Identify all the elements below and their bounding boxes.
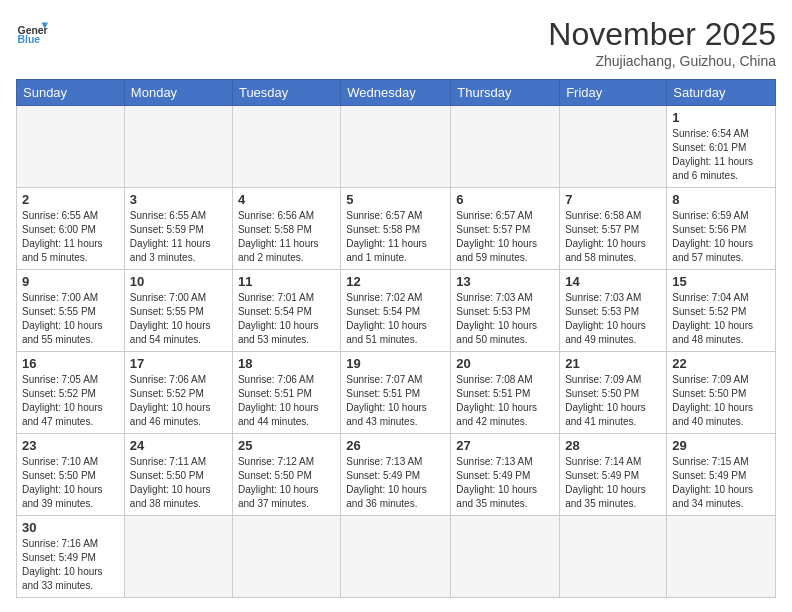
logo-icon: General Blue	[16, 16, 48, 48]
day-number: 5	[346, 192, 445, 207]
day-number: 27	[456, 438, 554, 453]
day-info: Sunrise: 7:13 AM Sunset: 5:49 PM Dayligh…	[456, 455, 554, 511]
day-info: Sunrise: 7:03 AM Sunset: 5:53 PM Dayligh…	[565, 291, 661, 347]
day-info: Sunrise: 7:04 AM Sunset: 5:52 PM Dayligh…	[672, 291, 770, 347]
week-row-1: 2Sunrise: 6:55 AM Sunset: 6:00 PM Daylig…	[17, 188, 776, 270]
day-number: 1	[672, 110, 770, 125]
day-number: 14	[565, 274, 661, 289]
svg-text:Blue: Blue	[18, 34, 41, 45]
day-cell: 22Sunrise: 7:09 AM Sunset: 5:50 PM Dayli…	[667, 352, 776, 434]
day-info: Sunrise: 7:10 AM Sunset: 5:50 PM Dayligh…	[22, 455, 119, 511]
week-row-5: 30Sunrise: 7:16 AM Sunset: 5:49 PM Dayli…	[17, 516, 776, 598]
day-cell: 14Sunrise: 7:03 AM Sunset: 5:53 PM Dayli…	[560, 270, 667, 352]
day-info: Sunrise: 6:55 AM Sunset: 6:00 PM Dayligh…	[22, 209, 119, 265]
day-number: 30	[22, 520, 119, 535]
day-info: Sunrise: 6:57 AM Sunset: 5:57 PM Dayligh…	[456, 209, 554, 265]
day-number: 26	[346, 438, 445, 453]
day-number: 20	[456, 356, 554, 371]
day-info: Sunrise: 7:15 AM Sunset: 5:49 PM Dayligh…	[672, 455, 770, 511]
week-row-2: 9Sunrise: 7:00 AM Sunset: 5:55 PM Daylig…	[17, 270, 776, 352]
day-cell: 6Sunrise: 6:57 AM Sunset: 5:57 PM Daylig…	[451, 188, 560, 270]
day-info: Sunrise: 7:11 AM Sunset: 5:50 PM Dayligh…	[130, 455, 227, 511]
day-cell: 20Sunrise: 7:08 AM Sunset: 5:51 PM Dayli…	[451, 352, 560, 434]
day-cell	[451, 106, 560, 188]
day-cell: 18Sunrise: 7:06 AM Sunset: 5:51 PM Dayli…	[232, 352, 340, 434]
location: Zhujiachang, Guizhou, China	[548, 53, 776, 69]
day-cell: 9Sunrise: 7:00 AM Sunset: 5:55 PM Daylig…	[17, 270, 125, 352]
weekday-header-wednesday: Wednesday	[341, 80, 451, 106]
day-cell: 1Sunrise: 6:54 AM Sunset: 6:01 PM Daylig…	[667, 106, 776, 188]
day-number: 17	[130, 356, 227, 371]
day-number: 23	[22, 438, 119, 453]
day-number: 25	[238, 438, 335, 453]
day-number: 8	[672, 192, 770, 207]
weekday-header-row: SundayMondayTuesdayWednesdayThursdayFrid…	[17, 80, 776, 106]
day-cell	[124, 106, 232, 188]
day-cell: 29Sunrise: 7:15 AM Sunset: 5:49 PM Dayli…	[667, 434, 776, 516]
day-cell: 11Sunrise: 7:01 AM Sunset: 5:54 PM Dayli…	[232, 270, 340, 352]
day-cell: 30Sunrise: 7:16 AM Sunset: 5:49 PM Dayli…	[17, 516, 125, 598]
page-header: General Blue November 2025 Zhujiachang, …	[16, 16, 776, 69]
day-number: 21	[565, 356, 661, 371]
day-cell: 3Sunrise: 6:55 AM Sunset: 5:59 PM Daylig…	[124, 188, 232, 270]
day-info: Sunrise: 6:59 AM Sunset: 5:56 PM Dayligh…	[672, 209, 770, 265]
day-cell: 13Sunrise: 7:03 AM Sunset: 5:53 PM Dayli…	[451, 270, 560, 352]
day-cell: 16Sunrise: 7:05 AM Sunset: 5:52 PM Dayli…	[17, 352, 125, 434]
day-number: 12	[346, 274, 445, 289]
day-info: Sunrise: 7:00 AM Sunset: 5:55 PM Dayligh…	[22, 291, 119, 347]
day-cell	[560, 516, 667, 598]
day-number: 22	[672, 356, 770, 371]
day-cell: 25Sunrise: 7:12 AM Sunset: 5:50 PM Dayli…	[232, 434, 340, 516]
day-cell	[560, 106, 667, 188]
day-info: Sunrise: 7:16 AM Sunset: 5:49 PM Dayligh…	[22, 537, 119, 593]
day-cell: 19Sunrise: 7:07 AM Sunset: 5:51 PM Dayli…	[341, 352, 451, 434]
day-number: 29	[672, 438, 770, 453]
day-cell	[232, 516, 340, 598]
day-cell: 10Sunrise: 7:00 AM Sunset: 5:55 PM Dayli…	[124, 270, 232, 352]
weekday-header-thursday: Thursday	[451, 80, 560, 106]
day-number: 15	[672, 274, 770, 289]
day-number: 13	[456, 274, 554, 289]
week-row-4: 23Sunrise: 7:10 AM Sunset: 5:50 PM Dayli…	[17, 434, 776, 516]
day-cell	[124, 516, 232, 598]
day-number: 24	[130, 438, 227, 453]
weekday-header-sunday: Sunday	[17, 80, 125, 106]
day-cell: 15Sunrise: 7:04 AM Sunset: 5:52 PM Dayli…	[667, 270, 776, 352]
day-cell: 23Sunrise: 7:10 AM Sunset: 5:50 PM Dayli…	[17, 434, 125, 516]
month-title: November 2025	[548, 16, 776, 53]
day-number: 16	[22, 356, 119, 371]
day-number: 11	[238, 274, 335, 289]
day-info: Sunrise: 7:06 AM Sunset: 5:52 PM Dayligh…	[130, 373, 227, 429]
day-info: Sunrise: 7:06 AM Sunset: 5:51 PM Dayligh…	[238, 373, 335, 429]
day-info: Sunrise: 6:58 AM Sunset: 5:57 PM Dayligh…	[565, 209, 661, 265]
day-number: 7	[565, 192, 661, 207]
day-cell: 27Sunrise: 7:13 AM Sunset: 5:49 PM Dayli…	[451, 434, 560, 516]
day-cell	[667, 516, 776, 598]
logo: General Blue	[16, 16, 48, 48]
day-cell: 26Sunrise: 7:13 AM Sunset: 5:49 PM Dayli…	[341, 434, 451, 516]
day-number: 10	[130, 274, 227, 289]
day-info: Sunrise: 6:55 AM Sunset: 5:59 PM Dayligh…	[130, 209, 227, 265]
day-number: 19	[346, 356, 445, 371]
day-info: Sunrise: 7:00 AM Sunset: 5:55 PM Dayligh…	[130, 291, 227, 347]
day-number: 18	[238, 356, 335, 371]
day-number: 4	[238, 192, 335, 207]
weekday-header-monday: Monday	[124, 80, 232, 106]
day-number: 3	[130, 192, 227, 207]
day-info: Sunrise: 7:01 AM Sunset: 5:54 PM Dayligh…	[238, 291, 335, 347]
day-number: 6	[456, 192, 554, 207]
day-info: Sunrise: 6:54 AM Sunset: 6:01 PM Dayligh…	[672, 127, 770, 183]
day-info: Sunrise: 6:56 AM Sunset: 5:58 PM Dayligh…	[238, 209, 335, 265]
day-info: Sunrise: 7:03 AM Sunset: 5:53 PM Dayligh…	[456, 291, 554, 347]
day-info: Sunrise: 7:05 AM Sunset: 5:52 PM Dayligh…	[22, 373, 119, 429]
day-number: 2	[22, 192, 119, 207]
day-cell: 4Sunrise: 6:56 AM Sunset: 5:58 PM Daylig…	[232, 188, 340, 270]
day-cell: 2Sunrise: 6:55 AM Sunset: 6:00 PM Daylig…	[17, 188, 125, 270]
day-info: Sunrise: 7:09 AM Sunset: 5:50 PM Dayligh…	[672, 373, 770, 429]
day-cell	[341, 516, 451, 598]
day-info: Sunrise: 7:09 AM Sunset: 5:50 PM Dayligh…	[565, 373, 661, 429]
day-number: 9	[22, 274, 119, 289]
day-cell: 12Sunrise: 7:02 AM Sunset: 5:54 PM Dayli…	[341, 270, 451, 352]
week-row-0: 1Sunrise: 6:54 AM Sunset: 6:01 PM Daylig…	[17, 106, 776, 188]
day-info: Sunrise: 7:12 AM Sunset: 5:50 PM Dayligh…	[238, 455, 335, 511]
